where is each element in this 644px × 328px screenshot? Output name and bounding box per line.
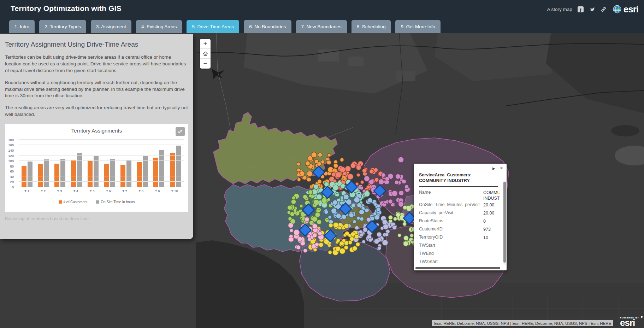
customer-dot[interactable] bbox=[359, 210, 364, 215]
customer-dot[interactable] bbox=[318, 232, 322, 236]
customer-dot[interactable] bbox=[376, 207, 380, 211]
customer-dot[interactable] bbox=[378, 179, 384, 185]
tab-1[interactable]: 1. Intro bbox=[9, 20, 35, 33]
customer-dot[interactable] bbox=[355, 234, 359, 239]
customer-dot[interactable] bbox=[315, 212, 320, 217]
bar[interactable] bbox=[38, 164, 43, 187]
bar[interactable] bbox=[176, 146, 181, 187]
customer-dot[interactable] bbox=[356, 242, 360, 247]
customer-dot[interactable] bbox=[303, 195, 307, 199]
customer-dot[interactable] bbox=[380, 227, 384, 230]
customer-dot[interactable] bbox=[345, 232, 349, 236]
customer-dot[interactable] bbox=[403, 222, 407, 226]
customer-dot[interactable] bbox=[297, 168, 300, 172]
customer-dot[interactable] bbox=[331, 208, 337, 213]
customer-dot[interactable] bbox=[345, 166, 351, 171]
customer-dot[interactable] bbox=[398, 201, 403, 207]
customer-dot[interactable] bbox=[382, 219, 387, 224]
bar[interactable] bbox=[77, 153, 82, 187]
popup-vertical-scrollbar[interactable] bbox=[503, 181, 506, 265]
customer-dot[interactable] bbox=[339, 248, 345, 254]
customer-dot[interactable] bbox=[290, 229, 293, 232]
customer-dot[interactable] bbox=[350, 237, 354, 241]
customer-dot[interactable] bbox=[317, 194, 322, 199]
zoom-in-button[interactable]: + bbox=[200, 39, 211, 49]
customer-dot[interactable] bbox=[308, 190, 313, 194]
customer-dot[interactable] bbox=[303, 249, 307, 253]
customer-dot[interactable] bbox=[353, 246, 357, 251]
esri-logo[interactable]: esri bbox=[612, 4, 638, 14]
customer-dot[interactable] bbox=[381, 173, 385, 177]
customer-dot[interactable] bbox=[349, 213, 354, 218]
customer-dot[interactable] bbox=[356, 165, 361, 170]
customer-dot[interactable] bbox=[288, 223, 293, 228]
customer-dot[interactable] bbox=[356, 216, 360, 220]
customer-dot[interactable] bbox=[292, 196, 295, 200]
customer-dot[interactable] bbox=[328, 216, 332, 219]
customer-dot[interactable] bbox=[393, 217, 397, 221]
customer-dot[interactable] bbox=[333, 185, 338, 191]
customer-dot[interactable] bbox=[307, 171, 313, 177]
bar[interactable] bbox=[170, 153, 175, 187]
customer-dot[interactable] bbox=[333, 164, 338, 168]
customer-dot[interactable] bbox=[382, 240, 388, 245]
customer-dot[interactable] bbox=[294, 229, 300, 235]
popup-close-icon[interactable]: × bbox=[500, 165, 503, 171]
customer-dot[interactable] bbox=[374, 239, 379, 244]
facebook-icon[interactable]: f bbox=[578, 6, 584, 12]
customer-dot[interactable] bbox=[369, 180, 374, 184]
customer-dot[interactable] bbox=[363, 228, 367, 232]
customer-dot[interactable] bbox=[305, 161, 310, 166]
customer-dot[interactable] bbox=[327, 160, 331, 164]
customer-dot[interactable] bbox=[344, 224, 349, 229]
customer-dot[interactable] bbox=[340, 167, 345, 172]
customer-dot[interactable] bbox=[336, 193, 339, 197]
customer-dot[interactable] bbox=[308, 238, 311, 241]
customer-dot[interactable] bbox=[385, 177, 390, 181]
bar[interactable] bbox=[44, 159, 49, 187]
customer-dot[interactable] bbox=[296, 245, 301, 250]
customer-dot[interactable] bbox=[388, 199, 393, 204]
customer-dot[interactable] bbox=[404, 236, 409, 241]
customer-dot[interactable] bbox=[327, 153, 331, 157]
customer-dot[interactable] bbox=[356, 174, 360, 177]
customer-dot[interactable] bbox=[398, 234, 401, 237]
customer-dot[interactable] bbox=[314, 184, 319, 189]
customer-dot[interactable] bbox=[308, 156, 313, 161]
tab-5[interactable]: 5. Drive-Time Areas bbox=[187, 20, 239, 33]
customer-dot[interactable] bbox=[395, 174, 400, 179]
bar[interactable] bbox=[126, 160, 131, 187]
customer-dot[interactable] bbox=[362, 240, 365, 243]
customer-dot[interactable] bbox=[321, 198, 327, 203]
customer-dot[interactable] bbox=[297, 236, 302, 241]
customer-dot[interactable] bbox=[373, 212, 377, 216]
bar[interactable] bbox=[110, 159, 115, 187]
customer-dot[interactable] bbox=[294, 209, 297, 212]
customer-dot[interactable] bbox=[303, 176, 307, 180]
customer-dot[interactable] bbox=[340, 197, 343, 200]
customer-dot[interactable] bbox=[333, 222, 338, 228]
tab-9[interactable]: 9. Get More Info bbox=[395, 20, 441, 33]
customer-dot[interactable] bbox=[402, 179, 406, 183]
customer-dot[interactable] bbox=[309, 194, 312, 197]
tab-7[interactable]: 7. New Boundaries bbox=[296, 20, 347, 33]
bar[interactable] bbox=[104, 164, 109, 187]
bar[interactable] bbox=[94, 156, 99, 187]
customer-dot[interactable] bbox=[366, 217, 371, 222]
customer-dot[interactable] bbox=[403, 241, 408, 246]
customer-dot[interactable] bbox=[370, 169, 374, 174]
customer-dot[interactable] bbox=[297, 173, 300, 176]
customer-dot[interactable] bbox=[362, 169, 367, 173]
customer-dot[interactable] bbox=[392, 191, 398, 197]
customer-dot[interactable] bbox=[384, 200, 387, 204]
customer-dot[interactable] bbox=[365, 208, 369, 212]
customer-dot[interactable] bbox=[336, 172, 341, 177]
customer-dot[interactable] bbox=[342, 239, 345, 242]
customer-dot[interactable] bbox=[307, 235, 311, 238]
customer-dot[interactable] bbox=[300, 204, 303, 207]
tab-6[interactable]: 6. No Boundaries bbox=[244, 20, 291, 33]
bar[interactable] bbox=[71, 160, 76, 187]
vertical-scroll-thumb[interactable] bbox=[503, 182, 506, 263]
customer-dot[interactable] bbox=[313, 199, 319, 205]
customer-dot[interactable] bbox=[359, 230, 362, 234]
